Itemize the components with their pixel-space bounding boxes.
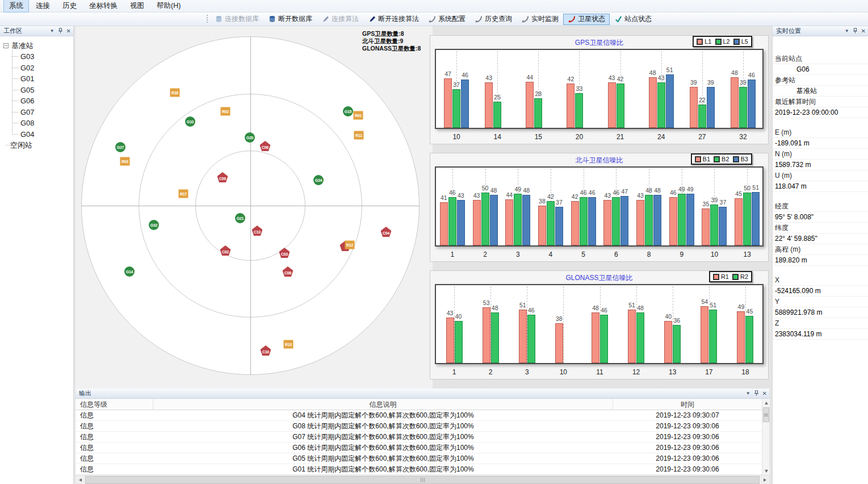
table-row[interactable]: 信息G04 统计周期内固定解个数600,解算次数600,固定率为100%2019… <box>76 410 762 421</box>
menu-history[interactable]: 历史 <box>57 0 82 12</box>
toolbar-button-connect-db-label: 连接数据库 <box>225 14 259 24</box>
sidebar-item-G02[interactable]: G02 <box>20 62 73 74</box>
toolbar-button-system-config[interactable]: 系统配置 <box>423 14 470 25</box>
cell-level: 信息 <box>76 453 153 464</box>
scroll-right-button[interactable] <box>760 475 769 484</box>
pen-icon <box>368 15 376 23</box>
toolbar-button-disconnect-algo[interactable]: 断开连接算法 <box>363 14 423 25</box>
chevron-down-icon[interactable]: ▼ <box>845 29 849 34</box>
field-value: 基准站 <box>773 86 868 97</box>
field-value: 189.820 m <box>773 255 868 266</box>
legend-label: R1 <box>721 273 729 280</box>
close-icon[interactable]: ✕ <box>861 29 866 34</box>
field-value: 22° 4' 59.885" <box>773 233 868 244</box>
legend-swatch <box>713 274 719 280</box>
toolbar-button-connect-algo[interactable]: 连接算法 <box>317 14 363 25</box>
bar-B1-13 <box>735 198 743 245</box>
realtime-panel-title: 实时位置 <box>776 27 801 34</box>
bar-L1-14 <box>485 82 493 128</box>
bar-B1-4 <box>538 206 546 245</box>
pin-icon[interactable] <box>58 28 63 35</box>
table-row[interactable]: 信息G06 统计周期内固定解个数600,解算次数600,固定率为100%2019… <box>76 443 762 453</box>
scroll-down-button[interactable] <box>762 467 770 475</box>
cell-message: G04 统计周期内固定解个数600,解算次数600,固定率为100% <box>153 410 613 421</box>
sidebar-item-G06[interactable]: G06 <box>20 95 73 107</box>
bar-B3-8 <box>653 195 661 245</box>
bar-value-label: 49 <box>682 186 698 193</box>
sidebar-item-G05[interactable]: G05 <box>20 85 73 96</box>
sidebar-item-G08[interactable]: G08 <box>20 118 73 129</box>
sidebar-item-idle-stations[interactable]: 空闲站 <box>10 140 73 151</box>
bar-R2-13 <box>673 325 681 363</box>
menu-connect[interactable]: 连接 <box>30 0 56 12</box>
bar-B2-6 <box>612 197 620 245</box>
chevron-down-icon[interactable]: ▼ <box>50 29 54 34</box>
horizontal-scroll-thumb[interactable] <box>85 476 760 484</box>
sidebar-item-G03[interactable]: G03 <box>20 51 73 62</box>
scroll-up-button[interactable] <box>762 399 770 407</box>
table-row[interactable]: 信息G08 统计周期内固定解个数600,解算次数600,固定率为100%2019… <box>76 421 762 432</box>
database-icon <box>268 15 276 23</box>
column-header-message[interactable]: 信息说明 <box>153 399 613 410</box>
bar-B2-8 <box>645 195 653 245</box>
menu-help[interactable]: 帮助(H) <box>151 0 186 12</box>
vertical-scroll-thumb[interactable] <box>763 407 769 422</box>
x-tick-label: 15 <box>527 133 550 141</box>
bar-L2-10 <box>452 89 460 128</box>
column-header-time[interactable]: 时间 <box>613 399 762 410</box>
legend-swatch <box>714 156 720 162</box>
close-icon[interactable]: ✕ <box>762 391 767 396</box>
bar-B2-2 <box>481 193 489 245</box>
pin-icon[interactable] <box>754 390 759 397</box>
table-row[interactable]: 信息G05 统计周期内固定解个数600,解算次数600,固定率为100%2019… <box>76 453 762 464</box>
field-label: N (m) <box>773 149 868 160</box>
field-label: E (m) <box>773 127 868 138</box>
sidebar-item-G07[interactable]: G07 <box>20 107 73 118</box>
cell-message: G01 统计周期内固定解个数600,解算次数600,固定率为100% <box>153 464 613 475</box>
sidebar-item-G04[interactable]: G04 <box>20 129 73 140</box>
bar-B3-4 <box>555 207 563 245</box>
sidebar-item-G01[interactable]: G01 <box>20 73 73 85</box>
x-tick-label: 18 <box>734 368 757 376</box>
chart-plot-area: 4737464325442842334342484351392239483946 <box>435 49 764 129</box>
toolbar-button-history-query[interactable]: 历史查询 <box>470 14 517 25</box>
output-horizontal-scrollbar[interactable] <box>76 475 769 484</box>
toolbar-button-satellite-status[interactable]: 卫星状态 <box>563 14 610 25</box>
close-icon[interactable]: ✕ <box>66 29 71 34</box>
toolbar-button-connect-db[interactable]: 连接数据库 <box>210 14 263 25</box>
bar-L5-10 <box>461 80 469 128</box>
toolbar-button-station-status[interactable]: 站点状态 <box>610 14 656 25</box>
x-tick-label: 20 <box>568 133 590 141</box>
glonass-snr-chart: GLONASS卫星信噪比R1R2434053485146384846514840… <box>430 270 769 379</box>
pin-icon[interactable] <box>853 28 858 35</box>
toolbar-button-realtime-monitor[interactable]: 实时监测 <box>517 14 563 25</box>
output-vertical-scrollbar[interactable] <box>762 399 769 475</box>
bar-R1-2 <box>483 307 490 363</box>
scroll-left-button[interactable] <box>76 475 85 484</box>
bar-B1-10 <box>702 208 710 245</box>
table-row[interactable]: 信息G01 统计周期内固定解个数600,解算次数600,固定率为100%2019… <box>76 464 762 475</box>
column-header-level[interactable]: 信息等级 <box>76 399 153 410</box>
bar-value-label: 48 <box>486 187 502 194</box>
toolbar-button-station-status-label: 站点状态 <box>624 14 652 24</box>
table-row[interactable]: 信息G07 统计周期内固定解个数600,解算次数600,固定率为100%2019… <box>76 432 762 443</box>
cell-time: 2019-12-23 09:30:06 <box>613 453 762 464</box>
menu-coord-transform[interactable]: 坐标转换 <box>83 0 123 12</box>
legend-item-L2: L2 <box>715 38 730 45</box>
menu-view[interactable]: 视图 <box>124 0 150 12</box>
toolbar-button-disconnect-db[interactable]: 断开数据库 <box>263 14 317 25</box>
legend-swatch <box>733 39 740 45</box>
bar-R1-3 <box>519 310 527 363</box>
bar-B1-3 <box>505 199 513 245</box>
toolbar-button-connect-algo-label: 连接算法 <box>332 14 359 24</box>
chevron-down-icon[interactable]: ▼ <box>746 391 750 396</box>
bar-B3-5 <box>588 197 596 245</box>
bar-R2-18 <box>745 316 753 363</box>
tree-collapse-icon[interactable]: − <box>3 43 9 48</box>
field-gap <box>773 118 868 127</box>
sidebar-item-base-stations[interactable]: −基准站 <box>0 40 73 51</box>
menu-system[interactable]: 系统 <box>3 0 29 12</box>
x-tick-label: 6 <box>605 251 627 258</box>
legend-item-R1: R1 <box>713 273 729 280</box>
x-tick-label: 32 <box>732 133 754 141</box>
